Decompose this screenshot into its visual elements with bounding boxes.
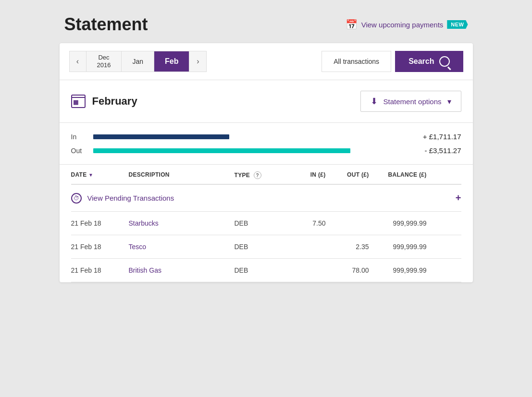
page-header: Statement 📅 View upcoming payments NEW [60,14,473,35]
table-header: DATE ▼ DESCRIPTION TYPE ? IN (£) OUT (£)… [71,165,461,185]
out-bar-container [93,148,396,153]
upcoming-payments-link[interactable]: 📅 View upcoming payments NEW [346,19,468,30]
month-feb-button[interactable]: Feb [154,51,189,72]
pending-plus-icon: + [456,192,461,204]
tx-balance: 999,999.99 [369,243,427,251]
out-row: Out - £3,511.27 [71,146,461,155]
inout-section: In + £1,711.17 Out - £3,511.27 [60,123,473,165]
next-month-button[interactable]: › [189,51,207,72]
statement-options-label: Statement options [384,97,442,106]
clock-icon: ⏱ [71,193,82,204]
month-nav: ‹ Dec 2016 Jan Feb › All transactions Se… [60,43,473,80]
page-wrapper: Statement 📅 View upcoming payments NEW ‹… [60,14,473,282]
upcoming-payments-label: View upcoming payments [361,21,444,29]
page-title: Statement [64,14,148,35]
tx-balance: 999,999.99 [369,219,427,227]
tx-type: DEB [235,243,283,251]
tx-out: 78.00 [326,266,369,274]
tx-balance: 999,999.99 [369,266,427,274]
table-row: 21 Feb 18 British Gas DEB 78.00 999,999.… [71,259,461,282]
in-bar [93,134,230,139]
calendar-icon: 📅 [346,19,358,30]
tx-in: 7.50 [283,219,326,227]
search-icon [439,56,450,67]
col-type: TYPE ? [235,171,283,179]
dec-label: Dec [98,54,109,61]
pending-label: View Pending Transactions [87,194,174,202]
type-help-icon[interactable]: ? [254,171,261,179]
tx-type: DEB [235,219,283,227]
all-transactions-button[interactable]: All transactions [322,51,391,72]
in-label: In [71,133,86,141]
tx-description[interactable]: British Gas [129,266,235,274]
col-description: DESCRIPTION [129,171,235,179]
feb-label: Feb [165,57,178,66]
download-icon: ⬇ [371,96,378,107]
chevron-down-icon: ▾ [447,97,451,106]
tx-date: 21 Feb 18 [71,219,129,227]
sort-icon: ▼ [88,172,93,178]
section-month-label: February [92,95,137,108]
month-dec-button[interactable]: Dec 2016 [87,51,122,72]
search-label: Search [408,57,434,66]
col-balance: BALANCE (£) [369,171,427,179]
section-title-group: February [71,95,137,108]
main-card: ‹ Dec 2016 Jan Feb › All transactions Se… [60,43,473,282]
out-bar [93,148,351,153]
out-amount: - £3,511.27 [404,146,461,155]
transactions-table: DATE ▼ DESCRIPTION TYPE ? IN (£) OUT (£)… [60,165,473,282]
table-row: 21 Feb 18 Starbucks DEB 7.50 999,999.99 [71,212,461,235]
in-bar-container [93,134,396,139]
section-header: February ⬇ Statement options ▾ [60,80,473,123]
prev-month-button[interactable]: ‹ [69,51,87,72]
calendar-section-icon [71,95,86,108]
tx-type: DEB [235,266,283,274]
tx-date: 21 Feb 18 [71,243,129,251]
out-label: Out [71,147,86,155]
tx-description[interactable]: Starbucks [129,219,235,227]
tx-date: 21 Feb 18 [71,266,129,274]
table-row: 21 Feb 18 Tesco DEB 2.35 999,999.99 [71,235,461,259]
search-button[interactable]: Search [395,51,463,72]
tx-description[interactable]: Tesco [129,243,235,251]
in-amount: + £1,711.17 [404,132,461,141]
col-in: IN (£) [283,171,326,179]
jan-label: Jan [132,58,143,65]
in-row: In + £1,711.17 [71,132,461,141]
statement-options-button[interactable]: ⬇ Statement options ▾ [360,91,461,112]
pending-transactions-row[interactable]: ⏱ View Pending Transactions + [71,185,461,212]
dec-year: 2016 [97,61,111,69]
new-badge: NEW [447,20,468,29]
col-out: OUT (£) [326,171,369,179]
tx-out: 2.35 [326,243,369,251]
month-jan-button[interactable]: Jan [122,51,154,72]
col-date: DATE ▼ [71,171,129,179]
